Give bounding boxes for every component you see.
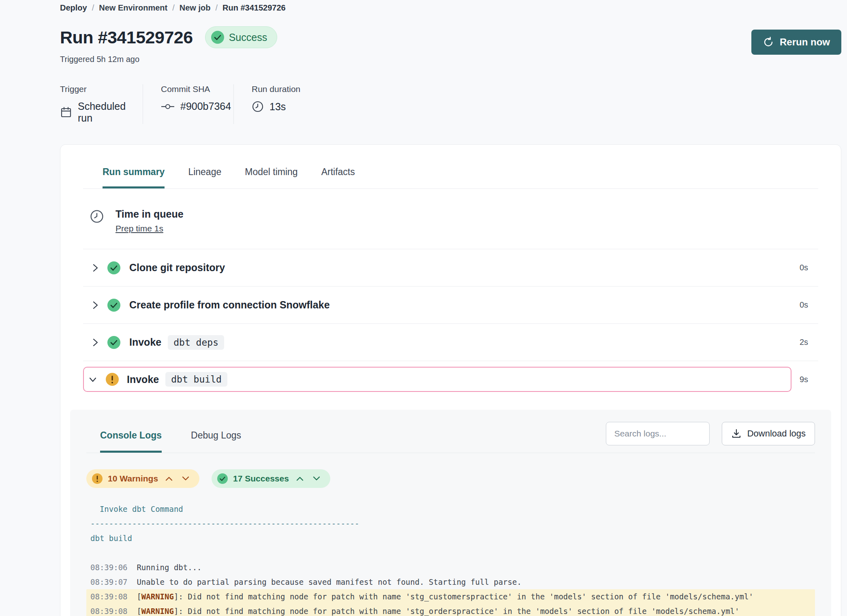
download-icon [731,428,742,439]
step-row-dbt-build[interactable]: Invoke dbt build 9s [83,361,818,398]
step-warning-highlight-box[interactable]: Invoke dbt build [83,367,791,392]
log-line: 08:39:07 Unable to do partial parsing be… [86,575,815,589]
step-command-chip: dbt deps [168,335,224,350]
status-badge: Success [205,26,277,48]
step-command-chip: dbt build [165,372,227,387]
step-row-clone-git[interactable]: Clone git repository 0s [83,249,818,287]
breadcrumb-environment[interactable]: New Environment [99,3,167,13]
console-header: Console Logs Debug Logs Download logs [86,422,815,453]
prev-warning-chevron-up-icon[interactable] [163,474,175,483]
chevron-right-icon[interactable] [83,263,99,273]
run-detail-card: Run summary Lineage Model timing Artifac… [60,144,841,616]
breadcrumb-separator: / [215,3,218,13]
next-success-chevron-down-icon[interactable] [311,474,322,483]
meta-trigger: Trigger Scheduled run [60,84,143,124]
status-badge-label: Success [229,32,267,43]
calendar-icon [60,106,72,118]
meta-commit-label: Commit SHA [161,84,216,94]
step-success-icon [107,261,120,274]
meta-trigger-value: Scheduled run [78,101,126,124]
step-duration: 0s [800,300,818,310]
warnings-count-label: 10 Warnings [108,474,158,483]
breadcrumb-current-run: Run #341529726 [222,3,286,13]
log-output: Invoke dbt Command ---------------------… [86,502,815,616]
step-warning-icon [106,373,119,386]
triggered-timestamp: Triggered 5h 12m ago [60,55,277,64]
meta-commit-value: #900b7364 [180,101,231,112]
step-row-dbt-deps[interactable]: Invoke dbt deps 2s [83,324,818,361]
tab-model-timing[interactable]: Model timing [245,167,297,188]
meta-duration: Run duration 13s [252,84,318,124]
next-warning-chevron-down-icon[interactable] [180,474,191,483]
rerun-now-label: Rerun now [780,36,830,48]
breadcrumb-deploy[interactable]: Deploy [60,3,87,13]
chevron-right-icon[interactable] [83,300,99,310]
step-duration: 2s [800,338,818,347]
chevron-right-icon[interactable] [83,338,99,347]
search-logs-input[interactable] [606,422,710,445]
step-title: Clone git repository [129,262,225,274]
run-tabs: Run summary Lineage Model timing Artifac… [83,145,818,189]
step-row-create-profile[interactable]: Create profile from connection Snowflake… [83,287,818,324]
log-warning-line: 08:39:08 [WARNING]: Did not find matchin… [86,604,815,616]
successes-badge[interactable]: 17 Successes [212,469,330,488]
prev-success-chevron-up-icon[interactable] [294,474,306,483]
queue-clock-icon [90,209,104,224]
page-header: Run #341529726 Success Triggered 5h 12m … [60,26,841,64]
success-check-icon [211,31,224,44]
step-success-icon [107,299,120,312]
step-title: Invoke [127,374,159,385]
log-command: dbt build [86,531,815,545]
step-duration: 9s [800,375,818,384]
meta-duration-label: Run duration [252,84,300,94]
commit-icon [161,103,175,111]
log-divider: ----------------------------------------… [86,516,815,531]
queue-title: Time in queue [116,208,184,220]
step-title: Create profile from connection Snowflake [129,299,330,311]
refresh-icon [763,36,774,48]
meta-trigger-label: Trigger [60,84,125,94]
log-line: 08:39:06 Running dbt... [86,560,815,575]
console-logs-panel: Console Logs Debug Logs Download logs [70,410,831,616]
tab-debug-logs[interactable]: Debug Logs [191,430,241,453]
breadcrumb-separator: / [172,3,175,13]
page: Deploy / New Environment / New job / Run… [0,0,847,616]
log-count-badges: 10 Warnings 17 Successes [86,469,815,488]
time-in-queue-section: Time in queue Prep time 1s [83,189,818,249]
success-check-icon [217,473,228,484]
log-command-title: Invoke dbt Command [86,502,815,516]
tab-console-logs[interactable]: Console Logs [100,430,162,453]
breadcrumb-job[interactable]: New job [180,3,211,13]
step-success-icon [107,336,120,349]
warnings-badge[interactable]: 10 Warnings [86,469,199,488]
rerun-now-button[interactable]: Rerun now [751,30,841,55]
page-title: Run #341529726 [60,28,193,47]
prep-time-link[interactable]: Prep time 1s [116,224,163,233]
tab-lineage[interactable]: Lineage [188,167,221,188]
successes-count-label: 17 Successes [233,474,289,483]
download-logs-button[interactable]: Download logs [722,422,815,445]
tab-artifacts[interactable]: Artifacts [321,167,355,188]
log-warning-block: 08:39:08 [WARNING]: Did not find matchin… [86,589,815,616]
breadcrumb: Deploy / New Environment / New job / Run… [60,2,841,13]
run-metadata: Trigger Scheduled run Commit SHA # [60,84,841,124]
meta-duration-value: 13s [270,101,286,113]
tab-run-summary[interactable]: Run summary [103,167,165,188]
clock-icon [252,101,264,113]
chevron-down-icon[interactable] [84,375,100,383]
step-title: Invoke [129,336,161,348]
download-logs-label: Download logs [747,428,806,439]
meta-commit: Commit SHA #900b7364 [161,84,234,124]
breadcrumb-separator: / [92,3,94,13]
step-duration: 0s [800,263,818,272]
log-warning-line: 08:39:08 [WARNING]: Did not find matchin… [86,589,815,604]
warning-icon [92,473,103,484]
